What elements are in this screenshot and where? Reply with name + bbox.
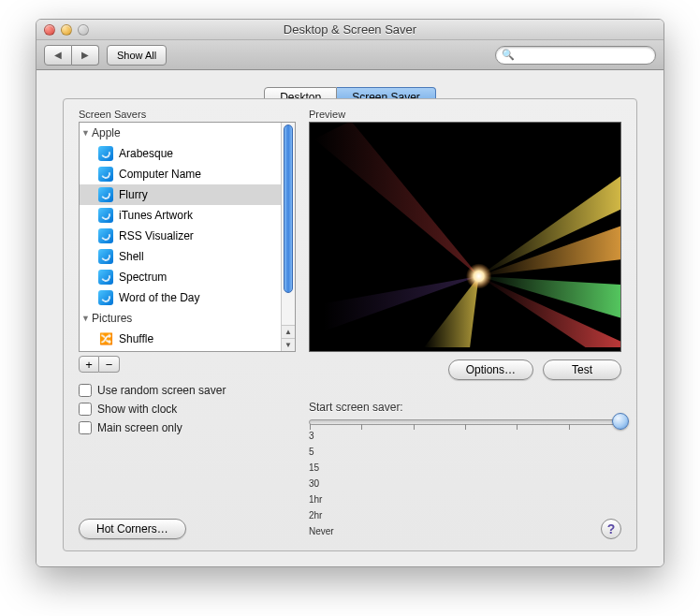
list-item[interactable]: Shell [80, 246, 281, 267]
add-button[interactable]: + [79, 356, 99, 373]
saver-icon [98, 167, 113, 182]
list-item-shuffle[interactable]: 🔀Shuffle [80, 329, 281, 349]
saver-icon [98, 228, 113, 243]
tick-label: 30 [309, 478, 621, 489]
group-apple[interactable]: ▼Apple [80, 123, 281, 143]
list-item[interactable]: iTunes Artwork [80, 205, 281, 226]
clock-checkbox[interactable]: Show with clock [79, 403, 296, 416]
chevron-right-icon: ▶ [81, 50, 89, 60]
close-button[interactable] [44, 24, 55, 36]
tick-label: 3 [309, 431, 621, 441]
disclosure-triangle-icon[interactable]: ▼ [81, 128, 91, 138]
scroll-down-button[interactable]: ▼ [282, 338, 295, 351]
options-button[interactable]: Options… [448, 359, 533, 380]
screensaver-panel: Screen Savers ▼Apple Arabesque Computer … [63, 98, 637, 551]
screensavers-label: Screen Savers [79, 109, 296, 120]
start-slider[interactable] [309, 419, 621, 425]
main-checkbox[interactable]: Main screen only [79, 421, 296, 434]
search-input[interactable] [518, 50, 649, 61]
search-field[interactable]: 🔍 [495, 46, 656, 65]
list-item[interactable]: Spectrum [80, 267, 281, 287]
titlebar: Desktop & Screen Saver [36, 20, 664, 40]
back-button[interactable]: ◀ [44, 45, 72, 66]
shuffle-icon: 🔀 [98, 331, 113, 346]
hot-corners-button[interactable]: Hot Corners… [79, 519, 186, 539]
scroll-up-button[interactable]: ▲ [282, 325, 295, 338]
show-all-button[interactable]: Show All [107, 45, 167, 66]
tick-label: 5 [309, 447, 621, 457]
saver-icon [98, 146, 113, 161]
svg-marker-4 [314, 123, 479, 276]
scrollbar[interactable]: ▲ ▼ [281, 123, 295, 351]
remove-button[interactable]: − [99, 356, 120, 373]
random-checkbox[interactable]: Use random screen saver [79, 384, 296, 397]
content: Desktop Screen Saver Screen Savers ▼Appl… [36, 70, 664, 566]
tick-label: 1hr [309, 494, 621, 505]
saver-icon [98, 290, 113, 305]
flurry-preview-image [310, 123, 620, 347]
scroll-thumb[interactable] [284, 125, 293, 293]
prefpane-window: Desktop & Screen Saver ◀ ▶ Show All 🔍 De… [36, 19, 664, 567]
list-item[interactable]: Word of the Day [80, 287, 281, 308]
svg-point-7 [466, 263, 491, 288]
saver-icon [98, 187, 113, 202]
zoom-button[interactable] [78, 24, 89, 36]
test-button[interactable]: Test [543, 359, 621, 380]
toolbar: ◀ ▶ Show All 🔍 [36, 40, 664, 70]
chevron-left-icon: ◀ [54, 50, 62, 60]
list-item[interactable]: Arabesque [80, 143, 281, 164]
screensaver-list[interactable]: ▼Apple Arabesque Computer Name Flurry iT… [79, 122, 296, 352]
list-rows: ▼Apple Arabesque Computer Name Flurry iT… [80, 123, 281, 351]
search-icon: 🔍 [502, 49, 515, 61]
list-item-selected[interactable]: Flurry [80, 184, 281, 205]
slider-thumb[interactable] [612, 413, 629, 430]
preview-label: Preview [309, 109, 621, 120]
minimize-button[interactable] [61, 24, 72, 36]
help-button[interactable]: ? [601, 519, 621, 539]
saver-icon [98, 270, 113, 285]
disclosure-triangle-icon[interactable]: ▼ [81, 314, 91, 323]
saver-icon [98, 208, 113, 223]
slider-label: Start screen saver: [309, 401, 621, 414]
window-title: Desktop & Screen Saver [36, 22, 664, 37]
saver-icon [98, 249, 113, 264]
tick-label: 15 [309, 462, 621, 473]
list-item[interactable]: RSS Visualizer [80, 226, 281, 246]
group-pictures[interactable]: ▼Pictures [80, 308, 281, 329]
preview [309, 122, 621, 352]
list-item[interactable]: Computer Name [80, 164, 281, 184]
forward-button[interactable]: ▶ [72, 45, 99, 66]
